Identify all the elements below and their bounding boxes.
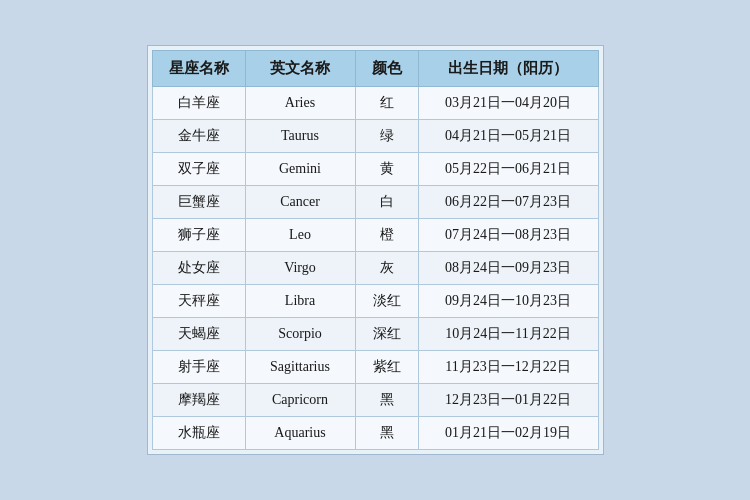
table-row: 天秤座Libra淡红09月24日一10月23日 (152, 285, 598, 318)
table-row: 巨蟹座Cancer白06月22日一07月23日 (152, 186, 598, 219)
table-row: 狮子座Leo橙07月24日一08月23日 (152, 219, 598, 252)
cell-color: 红 (355, 87, 418, 120)
cell-english-name: Gemini (245, 153, 355, 186)
table-row: 处女座Virgo灰08月24日一09月23日 (152, 252, 598, 285)
cell-color: 白 (355, 186, 418, 219)
cell-chinese-name: 水瓶座 (152, 417, 245, 450)
cell-chinese-name: 天秤座 (152, 285, 245, 318)
header-english-name: 英文名称 (245, 51, 355, 87)
cell-english-name: Capricorn (245, 384, 355, 417)
cell-color: 淡红 (355, 285, 418, 318)
table-row: 摩羯座Capricorn黑12月23日一01月22日 (152, 384, 598, 417)
cell-chinese-name: 处女座 (152, 252, 245, 285)
cell-chinese-name: 天蝎座 (152, 318, 245, 351)
cell-color: 灰 (355, 252, 418, 285)
cell-birth-date: 07月24日一08月23日 (418, 219, 598, 252)
cell-birth-date: 11月23日一12月22日 (418, 351, 598, 384)
cell-color: 黄 (355, 153, 418, 186)
cell-birth-date: 05月22日一06月21日 (418, 153, 598, 186)
table-row: 天蝎座Scorpio深红10月24日一11月22日 (152, 318, 598, 351)
cell-color: 深红 (355, 318, 418, 351)
cell-color: 黑 (355, 384, 418, 417)
cell-english-name: Sagittarius (245, 351, 355, 384)
cell-english-name: Libra (245, 285, 355, 318)
cell-chinese-name: 狮子座 (152, 219, 245, 252)
table-row: 金牛座Taurus绿04月21日一05月21日 (152, 120, 598, 153)
table-row: 双子座Gemini黄05月22日一06月21日 (152, 153, 598, 186)
table-row: 射手座Sagittarius紫红11月23日一12月22日 (152, 351, 598, 384)
table-row: 水瓶座Aquarius黑01月21日一02月19日 (152, 417, 598, 450)
zodiac-table: 星座名称 英文名称 颜色 出生日期（阳历） 白羊座Aries红03月21日一04… (152, 50, 599, 450)
cell-color: 紫红 (355, 351, 418, 384)
cell-birth-date: 04月21日一05月21日 (418, 120, 598, 153)
cell-birth-date: 08月24日一09月23日 (418, 252, 598, 285)
header-birth-date: 出生日期（阳历） (418, 51, 598, 87)
cell-birth-date: 12月23日一01月22日 (418, 384, 598, 417)
cell-english-name: Aries (245, 87, 355, 120)
header-chinese-name: 星座名称 (152, 51, 245, 87)
cell-birth-date: 09月24日一10月23日 (418, 285, 598, 318)
cell-birth-date: 03月21日一04月20日 (418, 87, 598, 120)
cell-birth-date: 10月24日一11月22日 (418, 318, 598, 351)
cell-chinese-name: 白羊座 (152, 87, 245, 120)
cell-color: 绿 (355, 120, 418, 153)
header-color: 颜色 (355, 51, 418, 87)
cell-english-name: Scorpio (245, 318, 355, 351)
cell-english-name: Aquarius (245, 417, 355, 450)
zodiac-table-container: 星座名称 英文名称 颜色 出生日期（阳历） 白羊座Aries红03月21日一04… (147, 45, 604, 455)
cell-color: 黑 (355, 417, 418, 450)
cell-chinese-name: 射手座 (152, 351, 245, 384)
cell-english-name: Virgo (245, 252, 355, 285)
cell-english-name: Leo (245, 219, 355, 252)
cell-english-name: Cancer (245, 186, 355, 219)
cell-birth-date: 01月21日一02月19日 (418, 417, 598, 450)
table-header-row: 星座名称 英文名称 颜色 出生日期（阳历） (152, 51, 598, 87)
cell-chinese-name: 金牛座 (152, 120, 245, 153)
table-row: 白羊座Aries红03月21日一04月20日 (152, 87, 598, 120)
cell-chinese-name: 巨蟹座 (152, 186, 245, 219)
cell-english-name: Taurus (245, 120, 355, 153)
cell-birth-date: 06月22日一07月23日 (418, 186, 598, 219)
cell-color: 橙 (355, 219, 418, 252)
cell-chinese-name: 双子座 (152, 153, 245, 186)
table-body: 白羊座Aries红03月21日一04月20日金牛座Taurus绿04月21日一0… (152, 87, 598, 450)
cell-chinese-name: 摩羯座 (152, 384, 245, 417)
